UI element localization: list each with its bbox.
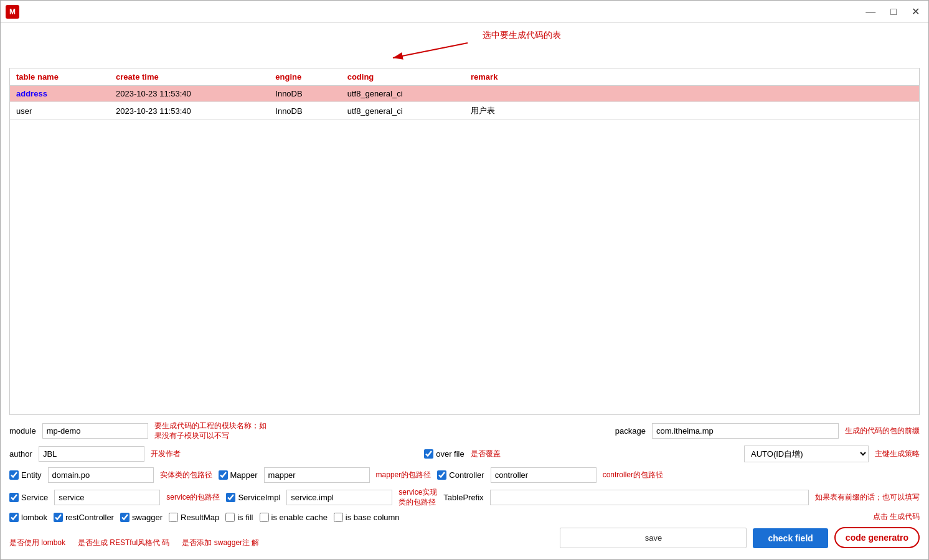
controller-annotation: controller的包路径 <box>603 470 663 480</box>
form-row-author: author 开发作者 over file 是否覆盖 AUTO(ID自增) IN… <box>9 446 920 462</box>
restcontroller-checkbox-group[interactable]: restController <box>54 513 114 522</box>
pk-strategy-select[interactable]: AUTO(ID自增) INPUT UUID ASSIGN_ID <box>744 446 869 462</box>
title-bar-left: M <box>6 5 19 19</box>
svg-line-1 <box>393 43 468 58</box>
entity-annotation: 实体类的包路径 <box>160 470 212 480</box>
save-button[interactable]: save <box>560 528 747 548</box>
top-annotation-text: 选中要生成代码的表 <box>483 29 561 40</box>
module-label: module <box>9 426 36 436</box>
author-annotation: 开发作者 <box>151 449 181 459</box>
cell-table-name: user <box>10 102 110 120</box>
serviceimpl-checkbox[interactable] <box>226 493 235 502</box>
maximize-button[interactable]: □ <box>887 5 900 19</box>
app-icon: M <box>6 5 19 19</box>
col-table-name: table name <box>10 68 110 86</box>
swagger-label: swagger <box>132 513 163 522</box>
pk-annotation: 主键生成策略 <box>875 449 920 459</box>
cell-remark: 用户表 <box>464 102 919 120</box>
isenable-checkbox-group[interactable]: is enable cache <box>260 513 328 522</box>
controller-label: Controller <box>449 470 484 480</box>
controller-input[interactable] <box>491 467 597 483</box>
serviceimpl-checkbox-group[interactable]: ServiceImpl <box>226 493 280 502</box>
tableprefix-input[interactable] <box>490 490 809 505</box>
table-container[interactable]: table name create time engine coding rem… <box>9 68 920 415</box>
service-input[interactable] <box>54 490 160 505</box>
service-annotation: service的包路径 <box>166 493 220 503</box>
title-bar-controls: — □ ✕ <box>862 4 923 19</box>
package-label: package <box>615 426 646 436</box>
isenable-checkbox[interactable] <box>260 513 269 522</box>
service-checkbox[interactable] <box>9 493 19 502</box>
entity-checkbox-group[interactable]: Entity <box>9 470 42 480</box>
module-annotation: 要生成代码的工程的模块名称；如 果没有子模块可以不写 <box>154 421 266 441</box>
mapper-label: Mapper <box>230 470 258 480</box>
serviceimpl-label: ServiceImpl <box>238 493 280 502</box>
resultmap-checkbox-group[interactable]: ResultMap <box>169 513 219 522</box>
restcontroller-checkbox[interactable] <box>54 513 63 522</box>
resultmap-checkbox[interactable] <box>169 513 178 522</box>
lombok-checkbox[interactable] <box>9 513 19 522</box>
overfile-annotation: 是否覆盖 <box>471 449 501 459</box>
isfill-label: is fill <box>237 513 253 522</box>
form-area: module 要生成代码的工程的模块名称；如 果没有子模块可以不写 packag… <box>9 421 920 553</box>
col-engine: engine <box>269 68 341 86</box>
table-row[interactable]: user 2023-10-23 11:53:40 InnoDB utf8_gen… <box>10 102 919 120</box>
author-label: author <box>9 449 32 459</box>
top-annotation-area: 选中要生成代码的表 <box>9 29 920 62</box>
checkfield-button[interactable]: check field <box>753 528 828 548</box>
mapper-checkbox[interactable] <box>219 470 228 480</box>
main-window: M — □ ✕ 选中要生成代码的表 <box>0 0 929 560</box>
swagger-annotation: 是否添加 swagger注 解 <box>182 538 259 548</box>
overfile-checkbox[interactable] <box>424 449 433 459</box>
lombok-label: lombok <box>21 513 47 522</box>
serviceimpl-annotation: service实现 类的包路径 <box>398 488 437 507</box>
mapper-input[interactable] <box>264 467 370 483</box>
serviceimpl-input[interactable] <box>286 490 392 505</box>
cell-remark <box>464 86 919 102</box>
isbasecolumn-label: is base column <box>346 513 400 522</box>
form-row-module-package: module 要生成代码的工程的模块名称；如 果没有子模块可以不写 packag… <box>9 421 920 441</box>
swagger-checkbox-group[interactable]: swagger <box>120 513 163 522</box>
annotation-arrow <box>356 40 493 62</box>
lombok-checkbox-group[interactable]: lombok <box>9 513 47 522</box>
cell-engine: InnoDB <box>269 102 341 120</box>
title-bar: M — □ ✕ <box>1 1 928 23</box>
cell-table-name: address <box>10 86 110 102</box>
cell-create-time: 2023-10-23 11:53:40 <box>110 86 269 102</box>
codegen-button[interactable]: code generatro <box>834 527 920 548</box>
restcontroller-label: restController <box>65 513 114 522</box>
codegen-annotation: 点击 生成代码 <box>873 512 920 522</box>
swagger-checkbox[interactable] <box>120 513 130 522</box>
cell-coding: utf8_general_ci <box>341 102 464 120</box>
minimize-button[interactable]: — <box>862 5 879 19</box>
isfill-checkbox[interactable] <box>225 513 235 522</box>
service-label: Service <box>21 493 48 502</box>
cell-create-time: 2023-10-23 11:53:40 <box>110 102 269 120</box>
close-button[interactable]: ✕ <box>908 4 923 19</box>
col-remark: remark <box>464 68 919 86</box>
isenable-label: is enable cache <box>271 513 328 522</box>
form-row-service-tableprefix: Service service的包路径 ServiceImpl service实… <box>9 488 920 507</box>
form-row-buttons: 是否使用 lombok 是否生成 RESTful风格代 码 是否添加 swagg… <box>9 527 920 548</box>
module-input[interactable] <box>42 423 148 439</box>
form-row-checkboxes: lombok restController swagger ResultMap <box>9 512 920 522</box>
cell-engine: InnoDB <box>269 86 341 102</box>
controller-checkbox-group[interactable]: Controller <box>437 470 484 480</box>
table-row[interactable]: address 2023-10-23 11:53:40 InnoDB utf8_… <box>10 86 919 102</box>
isbasecolumn-checkbox[interactable] <box>334 513 343 522</box>
entity-checkbox[interactable] <box>9 470 19 480</box>
mapper-checkbox-group[interactable]: Mapper <box>219 470 258 480</box>
package-input[interactable] <box>652 423 839 439</box>
overfile-label: over file <box>436 449 464 459</box>
entity-input[interactable] <box>48 467 154 483</box>
isfill-checkbox-group[interactable]: is fill <box>225 513 253 522</box>
author-input[interactable] <box>39 446 144 462</box>
tableprefix-label: TablePrefix <box>443 493 483 502</box>
service-checkbox-group[interactable]: Service <box>9 493 48 502</box>
controller-checkbox[interactable] <box>437 470 446 480</box>
overfile-checkbox-group[interactable]: over file <box>424 449 464 459</box>
isbasecolumn-checkbox-group[interactable]: is base column <box>334 513 400 522</box>
mapper-annotation: mapper的包路径 <box>376 470 431 480</box>
data-table: table name create time engine coding rem… <box>10 68 919 120</box>
bottom-annotations: 是否使用 lombok 是否生成 RESTful风格代 码 是否添加 swagg… <box>9 538 259 548</box>
